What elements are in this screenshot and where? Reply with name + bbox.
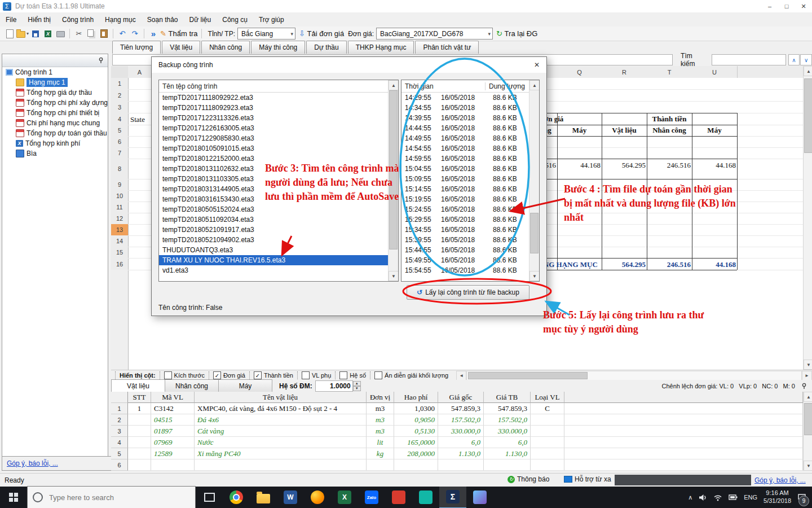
grid-vertical-scrollbar[interactable]: ▲ ▼ xyxy=(803,66,812,370)
mat-header-gia-tb[interactable]: Giá TB xyxy=(484,392,531,403)
mat-cell-dv[interactable]: m3 xyxy=(367,403,394,414)
he-so-dm-stepper[interactable]: ▲▼ xyxy=(353,381,361,391)
status-thong-bao[interactable]: ↻Thông báo xyxy=(508,475,549,483)
backup-file-item[interactable]: tempTD20180122152000.eta3 xyxy=(159,154,398,164)
backup-file-item[interactable]: tempTD20180131103305.eta3 xyxy=(159,174,398,184)
task-view-button[interactable] xyxy=(196,487,223,508)
mat-cell-loai[interactable] xyxy=(531,437,564,448)
backup-time-row[interactable]: 15:54:5516/05/201888.6 KB xyxy=(401,265,539,275)
mat-cell-ten[interactable] xyxy=(195,459,367,471)
backup-file-item[interactable]: tempTD20180313144905.eta3 xyxy=(159,184,398,194)
cell-row8-vl2[interactable]: 564.295 xyxy=(602,160,648,170)
mat-cell-hp[interactable]: 208,0000 xyxy=(394,448,438,459)
scrollbar-thumb[interactable] xyxy=(468,372,588,379)
backup-file-item[interactable]: tempTD20171226163005.eta3 xyxy=(159,123,398,133)
search-next-button[interactable]: ∨ xyxy=(800,54,812,65)
he-so-dm-input[interactable]: 1.0000 xyxy=(315,380,353,392)
file-list-scrollbar[interactable]: ▲ ▼ xyxy=(388,80,398,281)
mat-header-ma-vl[interactable]: Mã VL xyxy=(151,392,195,403)
backup-time-row[interactable]: 14:49:5516/05/201888.6 KB xyxy=(401,133,539,143)
close-button[interactable]: ✕ xyxy=(795,1,812,12)
subtab-may[interactable]: Máy xyxy=(219,379,272,392)
feedback-link[interactable]: Góp ý, báo lỗi, ... xyxy=(7,459,58,467)
mat-cell-ma[interactable]: 04515 xyxy=(151,414,195,426)
tab-du-thau[interactable]: Dự thầu xyxy=(306,41,346,54)
mat-cell-dv[interactable]: m3 xyxy=(367,414,394,426)
mat-cell-tb[interactable]: 1.130,0 xyxy=(484,448,531,459)
menu-hang-muc[interactable]: Hạng mục xyxy=(99,12,142,27)
dialog-close-icon[interactable]: ✕ xyxy=(527,57,546,73)
tab-thkp-hang-muc[interactable]: THKP Hạng mục xyxy=(348,41,414,54)
pin-icon[interactable] xyxy=(801,383,807,389)
menu-du-lieu[interactable]: Dữ liệu xyxy=(184,12,217,27)
mat-cell-stt[interactable]: 1 xyxy=(128,403,151,414)
taskbar-app-word[interactable]: W xyxy=(277,487,304,508)
cut-icon[interactable]: ✂ xyxy=(73,28,85,40)
start-button[interactable] xyxy=(0,487,27,508)
tra-lai-dg-button[interactable]: ↻ Tra lại ĐG xyxy=(496,28,537,40)
mat-cell-gg[interactable]: 547.859,3 xyxy=(438,403,484,414)
mat-cell-ten[interactable]: Cát vàng xyxy=(195,426,367,437)
mat-row-num[interactable]: 2 xyxy=(111,414,128,426)
tab-vat-lieu[interactable]: Vật liệu xyxy=(162,41,200,54)
mat-cell-stt[interactable] xyxy=(128,414,151,426)
backup-file-item[interactable]: tempTD20180105091015.eta3 xyxy=(159,143,398,154)
checkbox-don-gia[interactable]: ✓Đơn giá xyxy=(213,371,245,379)
unit-price-combobox[interactable]: BacGiang_2017XD_DG678 ▾ xyxy=(376,28,493,40)
minimize-button[interactable]: – xyxy=(761,1,778,12)
language-indicator[interactable]: ENG xyxy=(744,494,757,501)
scroll-up-icon[interactable]: ▲ xyxy=(529,80,540,90)
mat-cell-hp[interactable] xyxy=(394,459,438,471)
search-input[interactable] xyxy=(712,54,786,65)
hscroll-left-icon[interactable]: ◄ xyxy=(456,371,466,380)
speaker-icon[interactable] xyxy=(699,494,707,501)
backup-file-item[interactable]: tempTD20180521094902.eta3 xyxy=(159,235,398,245)
backup-time-row[interactable]: 15:24:5516/05/201888.6 KB xyxy=(401,204,539,214)
tham-tra-button[interactable]: ✎ Thẩm tra xyxy=(160,28,198,40)
run-calc-icon[interactable]: » xyxy=(148,28,159,40)
menu-tro-giup[interactable]: Trợ giúp xyxy=(253,12,290,27)
tree-item-chi-phi-thiet-bi[interactable]: Tổng hợp chi phí thiết bị xyxy=(2,108,108,118)
backup-file-item[interactable]: tempTD20180131102632.eta3 xyxy=(159,164,398,174)
backup-file-item[interactable]: tempTD20180316153430.eta3 xyxy=(159,194,398,204)
mat-row-num[interactable]: 1 xyxy=(111,403,128,414)
mat-header-don-vi[interactable]: Đơn vị xyxy=(367,392,394,403)
mat-header-ten-vat-lieu[interactable]: Tên vật liệu xyxy=(195,392,367,403)
cell-row8-may2[interactable]: 44.168 xyxy=(692,160,738,170)
network-wifi-icon[interactable] xyxy=(713,494,722,501)
mat-cell-gg[interactable]: 330.000,0 xyxy=(438,426,484,437)
mat-cell-hp[interactable]: 0,9050 xyxy=(394,414,438,426)
backup-file-item[interactable]: tempTD20171118092923.eta3 xyxy=(159,103,398,113)
battery-icon[interactable] xyxy=(729,494,738,501)
tree-item-tong-hop-gia-du-thau[interactable]: Tổng hợp giá dự thầu xyxy=(2,87,108,98)
horizontal-scrollbar[interactable] xyxy=(466,371,802,380)
scroll-down-icon[interactable]: ▼ xyxy=(529,271,540,281)
mat-header-gia-goc[interactable]: Giá gốc xyxy=(438,392,484,403)
tab-nhan-cong[interactable]: Nhân công xyxy=(201,41,250,54)
mat-cell-stt[interactable] xyxy=(128,426,151,437)
mat-cell-gg[interactable]: 1.130,0 xyxy=(438,448,484,459)
backup-file-item[interactable]: THUDUTOANTQ3.eta3 xyxy=(159,245,398,255)
total-nc2[interactable]: 246.516 xyxy=(647,260,693,270)
scrollbar-thumb[interactable] xyxy=(389,90,398,249)
tree-item-chi-phi-hang-muc-chung[interactable]: Chi phí hạng mục chung xyxy=(2,118,108,128)
backup-file-item[interactable]: tempTD20171223113326.eta3 xyxy=(159,113,398,123)
mat-cell-ten[interactable]: Xi măng PC40 xyxy=(195,448,367,459)
menu-file[interactable]: File xyxy=(0,12,22,27)
taskbar-app-photos[interactable] xyxy=(466,487,493,508)
status-ho-tro-tu-xa[interactable]: Hỗ trợ từ xa xyxy=(564,475,611,483)
mat-cell-hp[interactable]: 165,0000 xyxy=(394,437,438,448)
mat-header-loai-vl[interactable]: Loại VL xyxy=(531,392,564,403)
export-excel-icon[interactable]: X xyxy=(42,28,54,40)
scroll-up-icon[interactable]: ▲ xyxy=(804,66,812,76)
taskbar-app-zalo[interactable]: Zalo xyxy=(358,487,385,508)
backup-time-row[interactable]: 15:44:5516/05/201888.6 KB xyxy=(401,245,539,255)
cell-row8-may1[interactable]: 44.168 xyxy=(557,160,603,170)
mat-cell-dv[interactable] xyxy=(367,459,394,471)
mat-cell-ma[interactable]: 07969 xyxy=(151,437,195,448)
file-list-header[interactable]: Tên tệp công trình xyxy=(159,80,398,93)
mat-cell-tb[interactable]: 330.000,0 xyxy=(484,426,531,437)
scroll-up-icon[interactable]: ▲ xyxy=(389,80,399,90)
backup-time-row[interactable]: 15:49:5516/05/201888.6 KB xyxy=(401,255,539,265)
tree-item-chi-phi-xay-dung[interactable]: Tổng hợp chi phí xây dựng xyxy=(2,98,108,108)
